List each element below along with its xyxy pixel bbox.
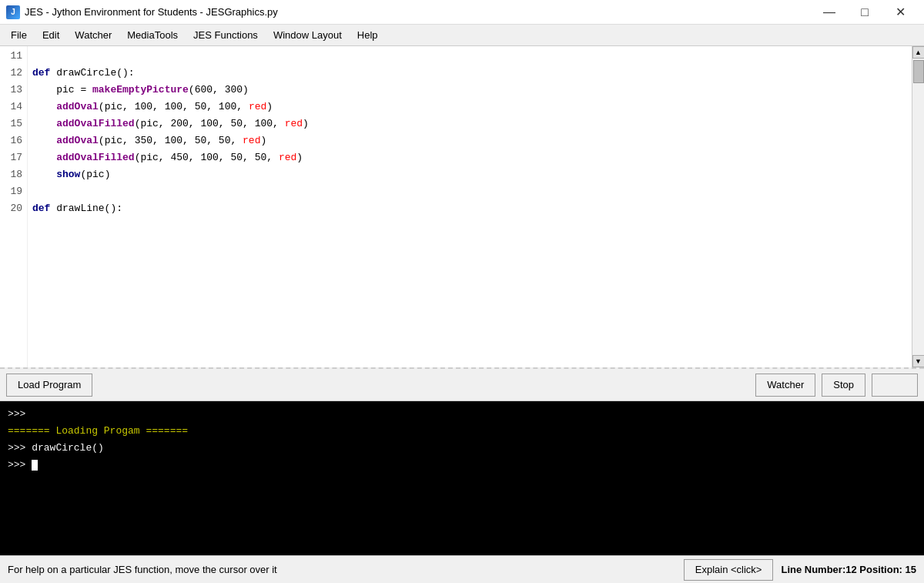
code-line: def drawCircle(): bbox=[32, 65, 907, 82]
window-controls: — □ ✕ bbox=[812, 0, 918, 25]
console-area[interactable]: >>>======= Loading Progam =======>>> dra… bbox=[0, 401, 924, 555]
line-number: 19 bbox=[5, 183, 22, 200]
title-bar: J JES - Jython Environment for Students … bbox=[0, 0, 924, 25]
code-line: addOval(pic, 350, 100, 50, 50, red) bbox=[32, 132, 907, 149]
app-icon: J bbox=[6, 5, 20, 19]
code-line: addOvalFilled(pic, 450, 100, 50, 50, red… bbox=[32, 149, 907, 166]
status-text: For help on a particular JES function, m… bbox=[8, 564, 676, 575]
code-line bbox=[32, 183, 907, 200]
menu-item-edit[interactable]: Edit bbox=[35, 26, 67, 44]
scroll-up-arrow[interactable]: ▲ bbox=[912, 46, 925, 59]
code-content[interactable]: def drawCircle(): pic = makeEmptyPicture… bbox=[28, 46, 912, 367]
code-line: def drawLine(): bbox=[32, 200, 907, 217]
title-left: J JES - Jython Environment for Students … bbox=[6, 5, 278, 19]
line-number: 17 bbox=[5, 149, 22, 166]
menu-item-help[interactable]: Help bbox=[350, 26, 386, 44]
menu-item-mediatools[interactable]: MediaTools bbox=[119, 26, 186, 44]
maximize-button[interactable]: □ bbox=[847, 0, 882, 25]
code-line: pic = makeEmptyPicture(600, 300) bbox=[32, 82, 907, 99]
minimize-button[interactable]: — bbox=[812, 0, 847, 25]
menu-item-file[interactable]: File bbox=[3, 26, 35, 44]
toolbar: Load Program Watcher Stop bbox=[0, 367, 924, 401]
vertical-scrollbar[interactable]: ▲ ▼ bbox=[912, 46, 924, 367]
menu-bar: FileEditWatcherMediaToolsJES FunctionsWi… bbox=[0, 25, 924, 46]
line-number: 13 bbox=[5, 82, 22, 99]
editor-area: 11121314151617181920 def drawCircle(): p… bbox=[0, 46, 924, 367]
explain-button[interactable]: Explain <click> bbox=[684, 559, 774, 581]
scroll-thumb[interactable] bbox=[913, 60, 924, 83]
code-line: addOval(pic, 100, 100, 50, 100, red) bbox=[32, 99, 907, 116]
line-info: Line Number:12 Position: 15 bbox=[781, 564, 916, 575]
line-number: 18 bbox=[5, 166, 22, 183]
line-numbers: 11121314151617181920 bbox=[0, 46, 28, 367]
code-line: addOvalFilled(pic, 200, 100, 50, 100, re… bbox=[32, 116, 907, 132]
console-line: >>> bbox=[8, 457, 916, 474]
line-number: 16 bbox=[5, 132, 22, 149]
line-number: 14 bbox=[5, 99, 22, 116]
line-number: 20 bbox=[5, 200, 22, 217]
line-number: 12 bbox=[5, 65, 22, 82]
line-number: 15 bbox=[5, 116, 22, 132]
extra-button[interactable] bbox=[872, 374, 918, 397]
menu-item-watcher[interactable]: Watcher bbox=[67, 26, 119, 44]
window-title: JES - Jython Environment for Students - … bbox=[25, 6, 278, 18]
menu-item-window-layout[interactable]: Window Layout bbox=[266, 26, 350, 44]
console-line: >>> drawCircle() bbox=[8, 440, 916, 457]
line-number: 11 bbox=[5, 48, 22, 65]
watcher-button[interactable]: Watcher bbox=[755, 374, 815, 397]
code-line bbox=[32, 48, 907, 65]
console-line: >>> bbox=[8, 406, 916, 423]
scroll-down-arrow[interactable]: ▼ bbox=[912, 355, 925, 367]
load-program-button[interactable]: Load Program bbox=[6, 374, 92, 397]
close-button[interactable]: ✕ bbox=[882, 0, 918, 25]
menu-item-jes-functions[interactable]: JES Functions bbox=[186, 26, 266, 44]
console-line: ======= Loading Progam ======= bbox=[8, 423, 916, 440]
stop-button[interactable]: Stop bbox=[822, 374, 865, 397]
cursor-icon bbox=[32, 460, 38, 471]
status-bar: For help on a particular JES function, m… bbox=[0, 555, 924, 583]
code-line: show(pic) bbox=[32, 166, 907, 183]
